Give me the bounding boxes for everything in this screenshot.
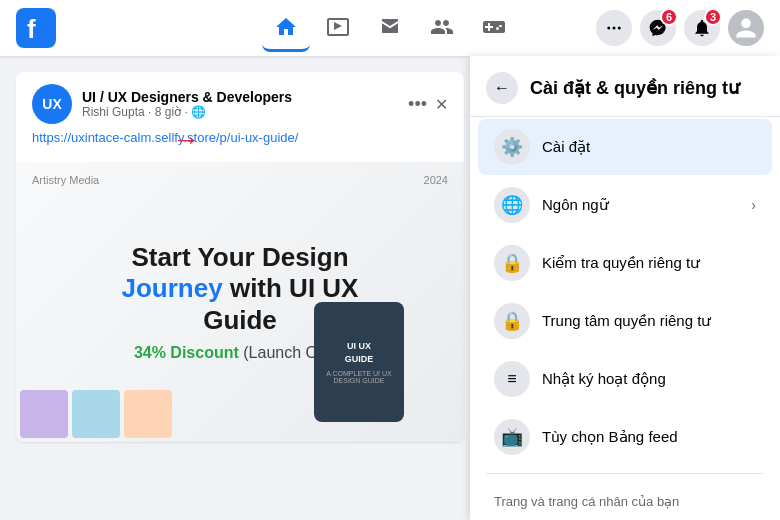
device-mockup: UI UXGUIDE A COMPLETE UI UX DESIGN GUIDE bbox=[314, 302, 404, 422]
profile-avatar[interactable] bbox=[728, 10, 764, 46]
sub-profile: 🌸 Sức Khỏe Phụ Nữ bbox=[486, 513, 764, 520]
language-icon: 🌐 bbox=[494, 187, 530, 223]
media-label: Artistry Media bbox=[32, 174, 99, 186]
nav-friends[interactable] bbox=[418, 4, 466, 52]
sub-section: Trang và trang cá nhân của bạn 🌸 Sức Khỏ… bbox=[470, 482, 780, 520]
nav-center bbox=[262, 4, 518, 52]
post-group-name[interactable]: UI / UX Designers & Developers bbox=[82, 89, 292, 105]
thumb-3 bbox=[124, 390, 172, 438]
settings-dropdown: ← Cài đặt & quyền riêng tư ⚙️ Cài đặt 🌐 … bbox=[470, 56, 780, 520]
nav-watch[interactable] bbox=[314, 4, 362, 52]
post-avatar: UX bbox=[32, 84, 72, 124]
svg-rect-0 bbox=[16, 8, 56, 48]
menu-item-activity-log[interactable]: ≡ Nhật ký hoạt động bbox=[478, 351, 772, 407]
messenger-badge: 6 bbox=[660, 8, 678, 26]
menu-item-privacy-check[interactable]: 🔒 Kiểm tra quyền riêng tư bbox=[478, 235, 772, 291]
menu-item-privacy-center[interactable]: 🔒 Trung tâm quyền riêng tư bbox=[478, 293, 772, 349]
nav-left: f bbox=[16, 8, 56, 48]
svg-point-3 bbox=[613, 27, 616, 30]
facebook-logo[interactable]: f bbox=[16, 8, 56, 48]
nav-right: 6 3 bbox=[596, 10, 764, 46]
feed-pref-label: Tùy chọn Bảng feed bbox=[542, 428, 756, 446]
messenger-button[interactable]: 6 bbox=[640, 10, 676, 46]
post-header-right: ••• ✕ bbox=[408, 94, 448, 115]
headline-part1: Start Your Design bbox=[131, 242, 348, 272]
menu-button[interactable] bbox=[596, 10, 632, 46]
settings-icon: ⚙️ bbox=[494, 129, 530, 165]
red-arrow: → bbox=[172, 124, 200, 156]
menu-item-language[interactable]: 🌐 Ngôn ngữ › bbox=[478, 177, 772, 233]
privacy-check-label: Kiểm tra quyền riêng tư bbox=[542, 254, 756, 272]
feed-area: UX UI / UX Designers & Developers Rishi … bbox=[0, 56, 480, 520]
device-title: UI UXGUIDE bbox=[345, 340, 374, 365]
post-dot: 🌐 bbox=[191, 105, 206, 119]
thumbnail-strip bbox=[20, 390, 172, 438]
headline-highlight: Journey bbox=[122, 273, 223, 303]
navbar: f 6 3 bbox=[0, 0, 780, 56]
post-meta: Rishi Gupta · 8 giờ · 🌐 bbox=[82, 105, 292, 119]
back-button[interactable]: ← bbox=[486, 72, 518, 104]
dropdown-header: ← Cài đặt & quyền riêng tư bbox=[470, 56, 780, 117]
sub-section-title: Trang và trang cá nhân của bạn bbox=[486, 490, 764, 513]
dropdown-title: Cài đặt & quyền riêng tư bbox=[530, 77, 764, 99]
feed-pref-icon: 📺 bbox=[494, 419, 530, 455]
post-header: UX UI / UX Designers & Developers Rishi … bbox=[16, 72, 464, 124]
post-time: 8 giờ bbox=[155, 105, 181, 119]
post-author-info: UI / UX Designers & Developers Rishi Gup… bbox=[82, 89, 292, 119]
privacy-center-label: Trung tâm quyền riêng tư bbox=[542, 312, 756, 330]
activity-log-label: Nhật ký hoạt động bbox=[542, 370, 756, 388]
notifications-button[interactable]: 3 bbox=[684, 10, 720, 46]
post-image-bg: Artistry Media 2024 Start Your Design Jo… bbox=[16, 162, 464, 442]
thumb-1 bbox=[20, 390, 68, 438]
divider bbox=[486, 473, 764, 474]
post-close-icon[interactable]: ✕ bbox=[435, 95, 448, 114]
nav-home[interactable] bbox=[262, 4, 310, 52]
svg-text:f: f bbox=[27, 14, 36, 44]
post-user: Rishi Gupta bbox=[82, 105, 145, 119]
nav-marketplace[interactable] bbox=[366, 4, 414, 52]
menu-item-feed-pref[interactable]: 📺 Tùy chọn Bảng feed bbox=[478, 409, 772, 465]
svg-point-4 bbox=[618, 27, 621, 30]
privacy-center-icon: 🔒 bbox=[494, 303, 530, 339]
activity-log-icon: ≡ bbox=[494, 361, 530, 397]
nav-gaming[interactable] bbox=[470, 4, 518, 52]
svg-point-2 bbox=[607, 27, 610, 30]
post-card: UX UI / UX Designers & Developers Rishi … bbox=[16, 72, 464, 442]
notifications-badge: 3 bbox=[704, 8, 722, 26]
language-label: Ngôn ngữ bbox=[542, 196, 739, 214]
privacy-check-icon: 🔒 bbox=[494, 245, 530, 281]
settings-label: Cài đặt bbox=[542, 138, 756, 156]
post-link-container: https://uxintace-calm.sellfy.store/p/ui-… bbox=[16, 124, 464, 154]
language-arrow-icon: › bbox=[751, 197, 756, 213]
device-sub: A COMPLETE UI UX DESIGN GUIDE bbox=[314, 370, 404, 384]
back-icon: ← bbox=[494, 79, 510, 97]
post-header-left: UX UI / UX Designers & Developers Rishi … bbox=[32, 84, 292, 124]
main-content: UX UI / UX Designers & Developers Rishi … bbox=[0, 56, 780, 520]
post-image: Artistry Media 2024 Start Your Design Jo… bbox=[16, 162, 464, 442]
year-label: 2024 bbox=[424, 174, 448, 186]
discount-green: 34% Discount bbox=[134, 344, 239, 361]
post-more-icon[interactable]: ••• bbox=[408, 94, 427, 115]
menu-item-settings[interactable]: ⚙️ Cài đặt bbox=[478, 119, 772, 175]
post-link[interactable]: https://uxintace-calm.sellfy.store/p/ui-… bbox=[32, 130, 298, 145]
thumb-2 bbox=[72, 390, 120, 438]
